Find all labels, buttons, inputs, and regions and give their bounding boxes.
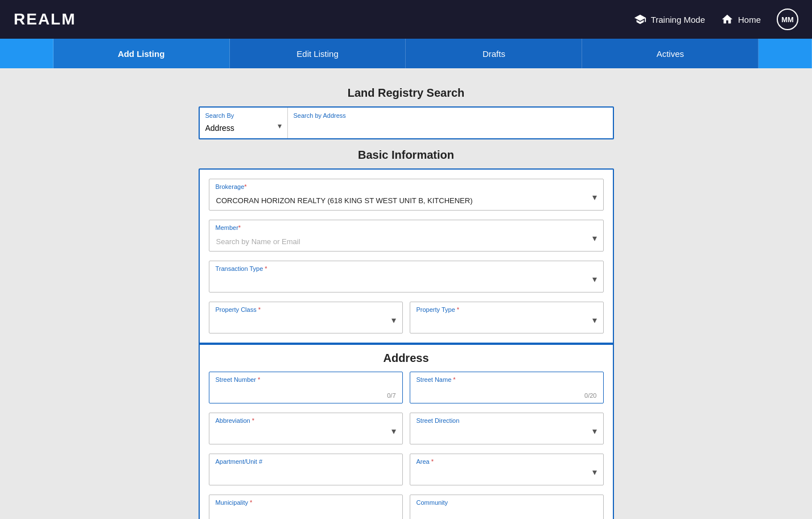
land-registry-box: Search By Address PIN ARN ▾ Search by Ad… <box>199 106 614 139</box>
municipality-input[interactable] <box>209 495 403 519</box>
member-label: Member* <box>216 224 241 231</box>
street-number-count: 0/7 <box>387 392 395 399</box>
basic-info-title: Basic Information <box>199 149 614 162</box>
street-number-label: Street Number * <box>216 376 261 383</box>
municipality-group: Municipality * <box>209 495 403 519</box>
header-right: Training Mode Home MM <box>634 9 798 30</box>
basic-info-box: Brokerage* CORCORAN HORIZON REALTY (618 … <box>199 168 614 344</box>
avatar[interactable]: MM <box>777 9 798 30</box>
main-content: Land Registry Search Search By Address P… <box>0 68 812 519</box>
brokerage-select-wrapper: CORCORAN HORIZON REALTY (618 KING ST WES… <box>209 179 604 211</box>
tab-actives[interactable]: Actives <box>582 39 759 68</box>
transaction-type-label: Transaction Type * <box>216 265 267 272</box>
abbrev-direction-row: Abbreviation * St Ave Blvd ▾ Street Dire… <box>209 413 604 444</box>
logo: REALM <box>14 10 76 28</box>
home-button[interactable]: Home <box>721 13 761 26</box>
community-group: Community <box>410 495 604 519</box>
apartment-label: Apartment/Unit # <box>216 458 263 465</box>
street-name-count: 0/20 <box>584 392 596 399</box>
municipality-label: Municipality * <box>216 499 253 506</box>
street-direction-label: Street Direction <box>417 417 460 424</box>
training-mode-icon <box>634 13 646 26</box>
community-input[interactable] <box>410 495 604 519</box>
search-by-group: Search By Address PIN ARN ▾ <box>200 108 288 138</box>
nav-bar: Add Listing Edit Listing Drafts Actives <box>0 39 812 68</box>
nav-spacer <box>0 39 53 68</box>
brokerage-group: Brokerage* CORCORAN HORIZON REALTY (618 … <box>209 179 604 211</box>
property-class-group: Property Class * Residential Commercial … <box>209 302 403 333</box>
address-divider <box>200 344 613 345</box>
home-icon <box>721 13 733 26</box>
area-label: Area * <box>417 458 434 465</box>
street-name-group: Street Name * 0/20 <box>410 372 604 403</box>
address-box: Address Street Number * 0/7 Street Name … <box>199 344 614 519</box>
training-mode-label: Training Mode <box>651 15 705 24</box>
land-registry-title: Land Registry Search <box>199 86 614 100</box>
muni-community-row: Municipality * Community <box>209 495 604 519</box>
street-direction-group: Street Direction N S E W ▾ <box>410 413 604 444</box>
member-group: Member* Search by Name or Email ▾ <box>209 220 604 252</box>
nav-spacer-right <box>759 39 812 68</box>
apt-area-row: Apartment/Unit # Area * ▾ <box>209 454 604 485</box>
street-name-label: Street Name * <box>417 376 456 383</box>
area-select-wrapper: ▾ <box>410 454 604 485</box>
search-by-label: Search By <box>205 112 234 119</box>
header: REALM Training Mode Home MM <box>0 0 812 39</box>
area-select[interactable] <box>410 454 604 485</box>
member-select-wrapper: Search by Name or Email ▾ <box>209 220 604 252</box>
abbreviation-label: Abbreviation * <box>216 417 255 424</box>
street-row: Street Number * 0/7 Street Name * 0/20 <box>209 372 604 403</box>
brokerage-select[interactable]: CORCORAN HORIZON REALTY (618 KING ST WES… <box>209 179 604 211</box>
address-title: Address <box>209 352 604 365</box>
property-row: Property Class * Residential Commercial … <box>209 302 604 333</box>
apartment-group: Apartment/Unit # <box>209 454 403 485</box>
tab-drafts[interactable]: Drafts <box>406 39 582 68</box>
transaction-type-select-wrapper: Sale Lease ▾ <box>209 261 604 293</box>
street-number-group: Street Number * 0/7 <box>209 372 403 403</box>
area-group: Area * ▾ <box>410 454 604 485</box>
member-select[interactable]: Search by Name or Email <box>209 220 604 252</box>
search-row: Search By Address PIN ARN ▾ Search by Ad… <box>200 108 613 138</box>
tab-edit-listing[interactable]: Edit Listing <box>230 39 406 68</box>
training-mode-button[interactable]: Training Mode <box>634 13 705 26</box>
property-type-label: Property Type * <box>417 306 460 313</box>
transaction-type-select[interactable]: Sale Lease <box>209 261 604 293</box>
search-address-label: Search by Address <box>294 112 346 119</box>
brokerage-label: Brokerage* <box>216 183 247 190</box>
transaction-type-group: Transaction Type * Sale Lease ▾ <box>209 261 604 293</box>
tab-add-listing[interactable]: Add Listing <box>53 39 230 68</box>
search-address-group: Search by Address <box>288 108 613 138</box>
home-label: Home <box>738 15 761 24</box>
abbreviation-group: Abbreviation * St Ave Blvd ▾ <box>209 413 403 444</box>
property-type-group: Property Type * House Condo ▾ <box>410 302 604 333</box>
community-label: Community <box>417 499 448 506</box>
content-wrapper: Land Registry Search Search By Address P… <box>199 86 614 519</box>
property-class-label: Property Class * <box>216 306 261 313</box>
